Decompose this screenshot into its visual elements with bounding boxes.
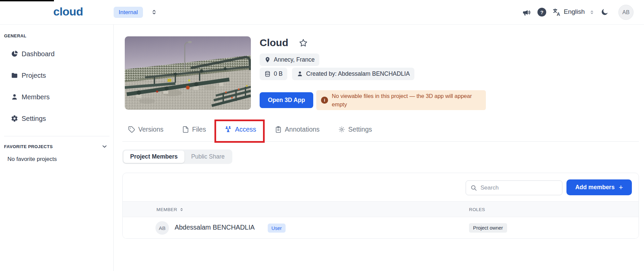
megaphone-icon[interactable] xyxy=(522,8,531,17)
user-avatar[interactable]: AB xyxy=(618,5,634,20)
add-members-label: Add members xyxy=(575,184,615,191)
file-icon xyxy=(182,126,189,133)
member-initials: AB xyxy=(159,225,166,231)
language-chevron-icon[interactable] xyxy=(589,10,594,15)
plus-icon: + xyxy=(619,183,623,192)
map-pin-icon xyxy=(264,57,271,63)
subtab-public-share[interactable]: Public Share xyxy=(184,150,231,163)
user-icon xyxy=(297,71,303,77)
size-badge: 0 B xyxy=(260,68,287,80)
gear-icon xyxy=(11,115,18,122)
warning-banner: i No viewable files in this project — th… xyxy=(316,90,486,110)
open-3d-app-button[interactable]: Open 3D App xyxy=(260,92,313,108)
size-label: 0 B xyxy=(274,70,283,77)
sidebar-item-members[interactable]: Members xyxy=(0,86,114,108)
workspace-badge[interactable]: Internal xyxy=(114,7,143,18)
column-label: MEMBER xyxy=(156,207,177,212)
project-tabs: Versions Files Access Annotations Settin… xyxy=(128,121,372,137)
folder-icon xyxy=(11,72,18,79)
tab-versions[interactable]: Versions xyxy=(128,126,164,133)
created-by-label: Created by: Abdessalam BENCHADLIA xyxy=(306,70,410,77)
top-navbar: cloud Internal ? A English AB xyxy=(0,0,644,25)
gear-outline-icon xyxy=(338,126,345,133)
member-avatar: AB xyxy=(155,221,169,235)
avatar-initials: AB xyxy=(622,9,630,15)
sidebar-item-label: Members xyxy=(22,93,50,101)
sidebar-item-label: Projects xyxy=(22,72,46,79)
app-window: cloud Internal ? A English AB GENERAL xyxy=(0,0,644,271)
members-card: Add members + MEMBER ROLES AB Abdessalam… xyxy=(122,173,639,239)
database-icon xyxy=(264,71,271,77)
app-logo[interactable]: cloud xyxy=(53,5,83,18)
pie-chart-icon xyxy=(11,50,18,58)
tab-label: Access xyxy=(235,126,256,133)
users-icon xyxy=(225,126,232,133)
tab-label: Annotations xyxy=(285,126,320,133)
member-type-badge: User xyxy=(268,224,286,233)
location-badge: Annecy, France xyxy=(260,54,319,66)
sort-icon[interactable] xyxy=(179,207,184,212)
column-header-roles: ROLES xyxy=(469,202,485,217)
sidebar-item-dashboard[interactable]: Dashboard xyxy=(0,43,114,65)
add-members-button[interactable]: Add members + xyxy=(566,179,632,195)
sidebar-item-label: Dashboard xyxy=(22,50,55,58)
info-glyph: i xyxy=(324,98,325,103)
help-glyph: ? xyxy=(540,9,543,15)
tab-access[interactable]: Access xyxy=(225,126,256,133)
sidebar-item-label: Settings xyxy=(22,115,46,123)
search-icon xyxy=(470,184,477,191)
top-left-black-strip xyxy=(0,0,54,1)
moon-icon[interactable] xyxy=(600,8,609,16)
sidebar-section-favorites: FAVORITE PROJECTS xyxy=(4,144,53,149)
sidebar-divider xyxy=(4,136,110,136)
table-row[interactable]: AB Abdessalam BENCHADLIA User Project ow… xyxy=(123,217,639,239)
sidebar: GENERAL Dashboard Projects Members Setti… xyxy=(0,25,114,271)
sidebar-section-general: GENERAL xyxy=(4,33,26,38)
tab-label: Versions xyxy=(138,126,164,133)
workspace-switcher-icon[interactable] xyxy=(151,9,157,15)
help-icon[interactable]: ? xyxy=(537,8,546,16)
clipboard-icon xyxy=(275,126,282,133)
tag-icon xyxy=(128,126,135,133)
info-icon: i xyxy=(321,97,328,104)
tab-annotations[interactable]: Annotations xyxy=(275,126,320,133)
table-header: MEMBER ROLES xyxy=(123,201,639,217)
member-role-badge: Project owner xyxy=(469,223,507,233)
tab-label: Files xyxy=(192,126,206,133)
column-header-member[interactable]: MEMBER xyxy=(156,202,184,217)
subtab-project-members[interactable]: Project Members xyxy=(123,150,184,163)
project-thumbnail[interactable] xyxy=(125,36,251,110)
workspace-badge-label: Internal xyxy=(119,9,138,16)
location-label: Annecy, France xyxy=(274,56,315,63)
sidebar-item-projects[interactable]: Projects xyxy=(0,65,114,86)
sidebar-item-settings[interactable]: Settings xyxy=(0,108,114,129)
created-by-badge: Created by: Abdessalam BENCHADLIA xyxy=(292,68,414,80)
translate-icon[interactable]: A xyxy=(552,8,561,17)
warning-text: No viewable files in this project — the … xyxy=(332,92,477,109)
tab-settings[interactable]: Settings xyxy=(338,126,372,133)
user-icon xyxy=(11,93,18,101)
search-box[interactable] xyxy=(466,180,562,195)
chevron-down-icon[interactable] xyxy=(101,143,108,150)
tabs-divider xyxy=(122,141,639,142)
language-selector[interactable]: English xyxy=(564,8,585,15)
column-label: ROLES xyxy=(469,207,485,212)
search-input[interactable] xyxy=(480,184,555,191)
tab-label: Settings xyxy=(348,126,372,133)
access-subtabs: Project Members Public Share xyxy=(122,149,232,164)
svg-text:A: A xyxy=(557,11,560,17)
favorites-empty-text: No favorite projects xyxy=(7,156,57,163)
tab-files[interactable]: Files xyxy=(182,126,206,133)
member-name: Abdessalam BENCHADLIA xyxy=(175,224,255,231)
project-title: Cloud xyxy=(260,37,288,48)
favorite-star-icon[interactable] xyxy=(299,38,308,47)
